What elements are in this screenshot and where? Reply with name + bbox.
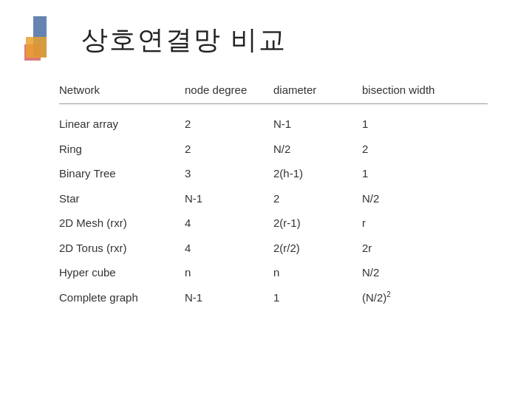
cell-bisection: N/2: [355, 186, 488, 211]
cell-degree: 2: [177, 104, 266, 137]
cell-degree: n: [177, 260, 266, 285]
col-header-degree: node degree: [177, 81, 266, 104]
page-title: 상호연결망 비교: [81, 22, 287, 58]
cell-bisection: 1: [355, 161, 488, 186]
content-area: Network node degree diameter bisection w…: [0, 73, 532, 324]
col-header-network: Network: [59, 81, 177, 104]
table-row: Linear array2N-11: [59, 104, 488, 137]
deco-orange: [26, 37, 47, 58]
cell-diameter: 2: [266, 186, 355, 211]
comparison-table: Network node degree diameter bisection w…: [59, 81, 488, 310]
table-row: Hyper cubennN/2: [59, 260, 488, 285]
table-row: Ring2N/22: [59, 137, 488, 162]
cell-network: Linear array: [59, 104, 177, 137]
cell-diameter: 2(r/2): [266, 236, 355, 261]
title-decoration: [33, 16, 47, 68]
table-row: Complete graphN-11(N/2)2: [59, 285, 488, 310]
cell-network: Hyper cube: [59, 260, 177, 285]
cell-bisection: 2r: [355, 236, 488, 261]
table-header-row: Network node degree diameter bisection w…: [59, 81, 488, 104]
cell-degree: 4: [177, 236, 266, 261]
table-row: Binary Tree32(h-1)1: [59, 161, 488, 186]
cell-network: Star: [59, 186, 177, 211]
cell-bisection: (N/2)2: [355, 285, 488, 310]
cell-network: 2D Torus (rxr): [59, 236, 177, 261]
cell-diameter: 2(h-1): [266, 161, 355, 186]
cell-degree: N-1: [177, 186, 266, 211]
cell-degree: 4: [177, 211, 266, 236]
table-row: StarN-12N/2: [59, 186, 488, 211]
col-header-bisection: bisection width: [355, 81, 488, 104]
cell-bisection: 2: [355, 137, 488, 162]
cell-bisection: N/2: [355, 260, 488, 285]
header: 상호연결망 비교: [0, 0, 532, 73]
table-row: 2D Torus (rxr)42(r/2)2r: [59, 236, 488, 261]
cell-network: Binary Tree: [59, 161, 177, 186]
cell-diameter: N-1: [266, 104, 355, 137]
cell-network: 2D Mesh (rxr): [59, 211, 177, 236]
cell-diameter: N/2: [266, 137, 355, 162]
cell-network: Ring: [59, 137, 177, 162]
cell-diameter: n: [266, 260, 355, 285]
col-header-diameter: diameter: [266, 81, 355, 104]
cell-diameter: 1: [266, 285, 355, 310]
cell-degree: N-1: [177, 285, 266, 310]
table-row: 2D Mesh (rxr)42(r-1)r: [59, 211, 488, 236]
cell-bisection: 1: [355, 104, 488, 137]
cell-degree: 3: [177, 161, 266, 186]
cell-bisection: r: [355, 211, 488, 236]
cell-diameter: 2(r-1): [266, 211, 355, 236]
cell-degree: 2: [177, 137, 266, 162]
cell-network: Complete graph: [59, 285, 177, 310]
